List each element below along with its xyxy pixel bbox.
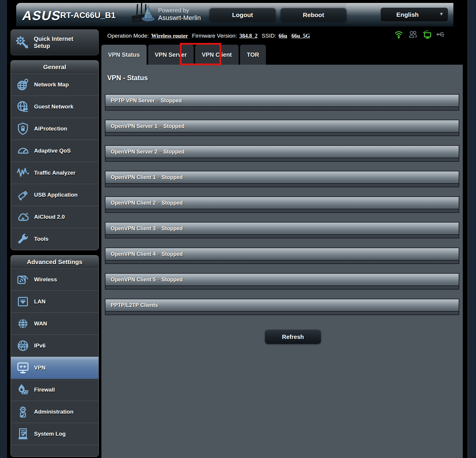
section-collapsed-body	[105, 209, 459, 212]
section-openvpn-server-2[interactable]: OpenVPN Server 2-Stopped	[105, 145, 459, 162]
firmware-version-link[interactable]: 384.8_2	[239, 33, 258, 39]
sidebar-item-network-map[interactable]: Network Map	[11, 73, 98, 96]
reboot-button[interactable]: Reboot	[281, 8, 346, 22]
sidebar-item-guest-network[interactable]: Guest Network	[11, 96, 98, 118]
sidebar-item-adaptive-qos[interactable]: Adaptive QoS	[11, 140, 98, 162]
section-label: OpenVPN Client 4	[111, 251, 156, 257]
sidebar-item-tools[interactable]: Tools	[11, 228, 98, 250]
language-selected-value: English	[381, 8, 434, 21]
sidebar-item-label: LAN	[34, 298, 46, 305]
tab-tor[interactable]: TOR	[240, 45, 266, 65]
sidebar-item-wireless[interactable]: Wireless	[11, 268, 98, 290]
sidebar-item-lan[interactable]: LAN	[11, 290, 98, 312]
section-openvpn-server-1[interactable]: OpenVPN Server 1-Stopped	[105, 120, 459, 136]
sidebar-item-partial	[11, 445, 98, 457]
vpn-status-sections: PPTP VPN Server-Stopped OpenVPN Server 1…	[105, 94, 459, 324]
sidebar-item-wan[interactable]: WAN	[11, 312, 98, 335]
sidebar-item-label: Traffic Analyzer	[34, 170, 76, 176]
separator-dash: -	[157, 98, 159, 103]
section-label: PPTP/L2TP Clients	[111, 302, 158, 308]
sidebar-item-aicloud[interactable]: AiCloud 2.0	[11, 206, 98, 228]
separator-dash: -	[158, 251, 160, 257]
logout-button[interactable]: Logout	[209, 8, 276, 22]
sidebar-item-usb-application[interactable]: USB Application	[11, 184, 98, 206]
section-openvpn-client-5[interactable]: OpenVPN Client 5-Stopped	[105, 273, 459, 290]
sidebar-item-aiprotection[interactable]: AiProtection	[11, 118, 98, 140]
refresh-button[interactable]: Refresh	[265, 330, 321, 344]
section-openvpn-client-2[interactable]: OpenVPN Client 2-Stopped	[105, 196, 459, 213]
clients-icon[interactable]	[408, 29, 418, 39]
usb-icon[interactable]	[436, 29, 446, 39]
section-openvpn-client-3[interactable]: OpenVPN Client 3-Stopped	[105, 222, 459, 238]
page-title: VPN - Status	[107, 74, 148, 82]
right-texture-strip	[467, 0, 476, 458]
section-header[interactable]: OpenVPN Client 1-Stopped	[105, 171, 459, 183]
section-collapsed-body	[105, 106, 459, 110]
sidebar-group-title: Advanced Settings	[11, 255, 98, 268]
waveform-icon	[16, 166, 30, 180]
sidebar-item-label: System Log	[34, 431, 66, 437]
section-header[interactable]: PPTP VPN Server-Stopped	[105, 95, 459, 106]
section-label: OpenVPN Client 5	[111, 277, 156, 283]
router-model-name: RT-AC66U_B1	[60, 11, 115, 20]
wifi-icon[interactable]	[394, 29, 404, 39]
language-dropdown[interactable]: English ▼	[381, 8, 448, 22]
tab-vpn-client[interactable]: VPN Client	[195, 45, 239, 65]
section-status: Stopped	[162, 277, 183, 283]
section-collapsed-body	[105, 158, 459, 161]
guest-network-icon	[16, 100, 30, 113]
wrench-icon	[16, 232, 30, 246]
sidebar-item-firewall[interactable]: Firewall	[11, 379, 98, 401]
section-header[interactable]: OpenVPN Server 1-Stopped	[105, 120, 459, 132]
sidebar-group-general: General Network Map	[11, 60, 99, 250]
admin-gear-icon	[16, 405, 30, 419]
section-status: Stopped	[162, 225, 183, 231]
separator-dash: -	[158, 174, 160, 180]
tab-vpn-server[interactable]: VPN Server	[148, 45, 194, 65]
sidebar-item-vpn[interactable]: VPN	[11, 357, 98, 379]
cloud-icon	[16, 210, 30, 224]
section-collapsed-body	[105, 234, 459, 238]
section-status: Stopped	[163, 123, 185, 129]
ssid-5g-link[interactable]: 66u_5G	[291, 33, 310, 39]
tab-vpn-status[interactable]: VPN Status	[101, 45, 147, 65]
section-header[interactable]: OpenVPN Server 2-Stopped	[105, 146, 459, 158]
firewall-flame-icon	[16, 383, 30, 397]
section-openvpn-client-4[interactable]: OpenVPN Client 4-Stopped	[105, 248, 459, 264]
sidebar-item-label: IPv6	[34, 342, 46, 349]
sidebar-item-administration[interactable]: Administration	[11, 401, 98, 423]
sidebar-item-label: Guest Network	[34, 103, 73, 110]
section-label: OpenVPN Server 1	[111, 123, 157, 129]
sidebar-item-label: Network Map	[34, 81, 69, 88]
sidebar-item-quick-internet-setup[interactable]: Quick Internet Setup	[11, 29, 99, 55]
section-header[interactable]: PPTP/L2TP Clients	[105, 299, 459, 311]
left-texture-strip	[0, 0, 7, 458]
sidebar-item-label: WAN	[34, 320, 47, 327]
sidebar-group-advanced-settings: Advanced Settings Wireless	[11, 255, 99, 457]
sidebar-group-title: General	[11, 61, 98, 73]
section-header[interactable]: OpenVPN Client 4-Stopped	[105, 248, 459, 260]
chevron-down-icon: ▼	[439, 11, 444, 17]
section-header[interactable]: OpenVPN Client 2-Stopped	[105, 197, 459, 209]
section-pptp-l2tp-clients[interactable]: PPTP/L2TP Clients	[105, 299, 459, 315]
powered-by-block: Powered by Asuswrt-Merlin	[158, 6, 201, 22]
section-collapsed-body	[105, 311, 459, 315]
section-status: Stopped	[161, 98, 182, 103]
ssid-24g-link[interactable]: 66u	[279, 33, 287, 39]
section-status: Stopped	[163, 149, 185, 155]
section-label: OpenVPN Client 3	[111, 225, 156, 231]
section-header[interactable]: OpenVPN Client 5-Stopped	[105, 274, 459, 285]
separator-dash: -	[158, 200, 160, 206]
wired-client-icon[interactable]	[422, 29, 432, 39]
section-pptp-vpn-server[interactable]: PPTP VPN Server-Stopped	[105, 94, 459, 111]
system-log-icon	[16, 427, 30, 441]
section-header[interactable]: OpenVPN Client 3-Stopped	[105, 223, 459, 234]
svg-text:IPV6: IPV6	[20, 344, 26, 347]
operation-mode-link[interactable]: Wireless router	[151, 33, 188, 39]
sidebar-item-system-log[interactable]: System Log	[11, 423, 98, 445]
sidebar-item-traffic-analyzer[interactable]: Traffic Analyzer	[11, 162, 98, 184]
section-status: Stopped	[162, 200, 183, 206]
globe-icon	[16, 317, 30, 330]
sidebar-item-ipv6[interactable]: IPV6 IPv6	[11, 335, 98, 357]
section-openvpn-client-1[interactable]: OpenVPN Client 1-Stopped	[105, 171, 459, 187]
